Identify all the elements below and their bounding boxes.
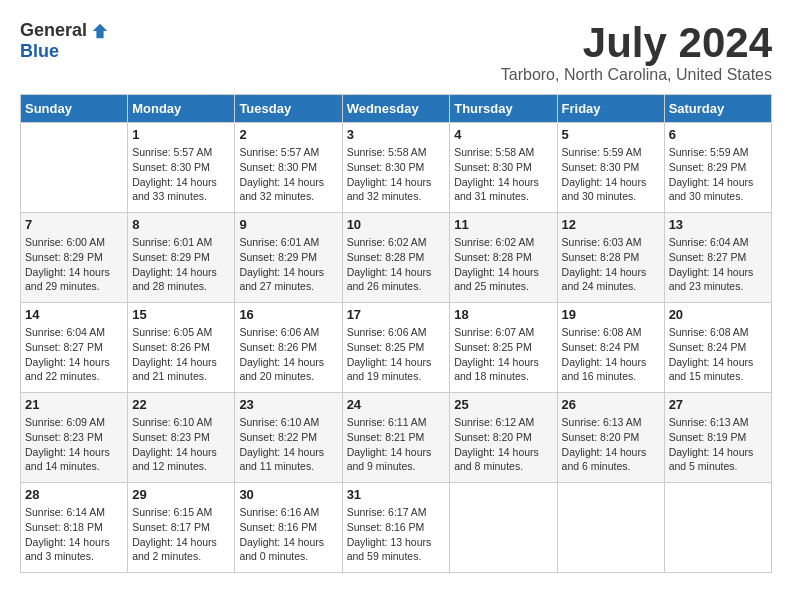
cell-day-number: 15 xyxy=(132,307,230,322)
cell-day-number: 11 xyxy=(454,217,552,232)
cell-info-text: Sunrise: 6:08 AM Sunset: 8:24 PM Dayligh… xyxy=(669,325,767,384)
cell-info-text: Sunrise: 6:04 AM Sunset: 8:27 PM Dayligh… xyxy=(25,325,123,384)
calendar-cell: 21Sunrise: 6:09 AM Sunset: 8:23 PM Dayli… xyxy=(21,393,128,483)
cell-info-text: Sunrise: 6:07 AM Sunset: 8:25 PM Dayligh… xyxy=(454,325,552,384)
cell-day-number: 18 xyxy=(454,307,552,322)
cell-day-number: 30 xyxy=(239,487,337,502)
cell-info-text: Sunrise: 6:00 AM Sunset: 8:29 PM Dayligh… xyxy=(25,235,123,294)
calendar-cell: 2Sunrise: 5:57 AM Sunset: 8:30 PM Daylig… xyxy=(235,123,342,213)
cell-info-text: Sunrise: 5:59 AM Sunset: 8:29 PM Dayligh… xyxy=(669,145,767,204)
cell-info-text: Sunrise: 6:17 AM Sunset: 8:16 PM Dayligh… xyxy=(347,505,446,564)
cell-info-text: Sunrise: 6:02 AM Sunset: 8:28 PM Dayligh… xyxy=(454,235,552,294)
cell-day-number: 22 xyxy=(132,397,230,412)
cell-info-text: Sunrise: 5:57 AM Sunset: 8:30 PM Dayligh… xyxy=(132,145,230,204)
cell-day-number: 10 xyxy=(347,217,446,232)
calendar-cell: 30Sunrise: 6:16 AM Sunset: 8:16 PM Dayli… xyxy=(235,483,342,573)
cell-info-text: Sunrise: 6:06 AM Sunset: 8:26 PM Dayligh… xyxy=(239,325,337,384)
cell-day-number: 26 xyxy=(562,397,660,412)
cell-day-number: 25 xyxy=(454,397,552,412)
calendar-cell: 18Sunrise: 6:07 AM Sunset: 8:25 PM Dayli… xyxy=(450,303,557,393)
cell-day-number: 3 xyxy=(347,127,446,142)
calendar-cell: 13Sunrise: 6:04 AM Sunset: 8:27 PM Dayli… xyxy=(664,213,771,303)
cell-day-number: 21 xyxy=(25,397,123,412)
logo-blue-text: Blue xyxy=(20,41,59,62)
cell-info-text: Sunrise: 6:10 AM Sunset: 8:23 PM Dayligh… xyxy=(132,415,230,474)
calendar-cell: 14Sunrise: 6:04 AM Sunset: 8:27 PM Dayli… xyxy=(21,303,128,393)
month-title: July 2024 xyxy=(501,20,772,66)
cell-day-number: 28 xyxy=(25,487,123,502)
cell-info-text: Sunrise: 6:08 AM Sunset: 8:24 PM Dayligh… xyxy=(562,325,660,384)
cell-info-text: Sunrise: 6:13 AM Sunset: 8:19 PM Dayligh… xyxy=(669,415,767,474)
calendar-week-row: 28Sunrise: 6:14 AM Sunset: 8:18 PM Dayli… xyxy=(21,483,772,573)
calendar-cell: 11Sunrise: 6:02 AM Sunset: 8:28 PM Dayli… xyxy=(450,213,557,303)
calendar-cell: 20Sunrise: 6:08 AM Sunset: 8:24 PM Dayli… xyxy=(664,303,771,393)
calendar-week-row: 21Sunrise: 6:09 AM Sunset: 8:23 PM Dayli… xyxy=(21,393,772,483)
logo-icon xyxy=(91,22,109,40)
cell-info-text: Sunrise: 6:05 AM Sunset: 8:26 PM Dayligh… xyxy=(132,325,230,384)
calendar-cell: 3Sunrise: 5:58 AM Sunset: 8:30 PM Daylig… xyxy=(342,123,450,213)
calendar-cell: 24Sunrise: 6:11 AM Sunset: 8:21 PM Dayli… xyxy=(342,393,450,483)
calendar-cell: 12Sunrise: 6:03 AM Sunset: 8:28 PM Dayli… xyxy=(557,213,664,303)
weekday-header-row: SundayMondayTuesdayWednesdayThursdayFrid… xyxy=(21,95,772,123)
cell-info-text: Sunrise: 6:01 AM Sunset: 8:29 PM Dayligh… xyxy=(239,235,337,294)
cell-day-number: 2 xyxy=(239,127,337,142)
calendar-cell: 17Sunrise: 6:06 AM Sunset: 8:25 PM Dayli… xyxy=(342,303,450,393)
calendar-cell xyxy=(557,483,664,573)
calendar-cell: 31Sunrise: 6:17 AM Sunset: 8:16 PM Dayli… xyxy=(342,483,450,573)
cell-day-number: 19 xyxy=(562,307,660,322)
cell-day-number: 5 xyxy=(562,127,660,142)
cell-info-text: Sunrise: 6:13 AM Sunset: 8:20 PM Dayligh… xyxy=(562,415,660,474)
cell-info-text: Sunrise: 6:10 AM Sunset: 8:22 PM Dayligh… xyxy=(239,415,337,474)
calendar-cell: 6Sunrise: 5:59 AM Sunset: 8:29 PM Daylig… xyxy=(664,123,771,213)
calendar-cell: 26Sunrise: 6:13 AM Sunset: 8:20 PM Dayli… xyxy=(557,393,664,483)
calendar-cell: 7Sunrise: 6:00 AM Sunset: 8:29 PM Daylig… xyxy=(21,213,128,303)
cell-day-number: 20 xyxy=(669,307,767,322)
cell-info-text: Sunrise: 6:01 AM Sunset: 8:29 PM Dayligh… xyxy=(132,235,230,294)
cell-day-number: 23 xyxy=(239,397,337,412)
cell-info-text: Sunrise: 6:02 AM Sunset: 8:28 PM Dayligh… xyxy=(347,235,446,294)
cell-day-number: 8 xyxy=(132,217,230,232)
cell-day-number: 31 xyxy=(347,487,446,502)
weekday-header-tuesday: Tuesday xyxy=(235,95,342,123)
calendar-cell: 22Sunrise: 6:10 AM Sunset: 8:23 PM Dayli… xyxy=(128,393,235,483)
cell-day-number: 16 xyxy=(239,307,337,322)
cell-info-text: Sunrise: 6:09 AM Sunset: 8:23 PM Dayligh… xyxy=(25,415,123,474)
calendar-cell: 5Sunrise: 5:59 AM Sunset: 8:30 PM Daylig… xyxy=(557,123,664,213)
weekday-header-monday: Monday xyxy=(128,95,235,123)
cell-day-number: 1 xyxy=(132,127,230,142)
cell-day-number: 9 xyxy=(239,217,337,232)
cell-info-text: Sunrise: 6:12 AM Sunset: 8:20 PM Dayligh… xyxy=(454,415,552,474)
cell-info-text: Sunrise: 6:04 AM Sunset: 8:27 PM Dayligh… xyxy=(669,235,767,294)
calendar-cell xyxy=(21,123,128,213)
cell-day-number: 12 xyxy=(562,217,660,232)
cell-day-number: 29 xyxy=(132,487,230,502)
weekday-header-friday: Friday xyxy=(557,95,664,123)
cell-info-text: Sunrise: 6:15 AM Sunset: 8:17 PM Dayligh… xyxy=(132,505,230,564)
page-header: General Blue July 2024 Tarboro, North Ca… xyxy=(20,20,772,84)
weekday-header-wednesday: Wednesday xyxy=(342,95,450,123)
cell-info-text: Sunrise: 5:58 AM Sunset: 8:30 PM Dayligh… xyxy=(347,145,446,204)
cell-day-number: 27 xyxy=(669,397,767,412)
calendar-week-row: 1Sunrise: 5:57 AM Sunset: 8:30 PM Daylig… xyxy=(21,123,772,213)
calendar-cell: 10Sunrise: 6:02 AM Sunset: 8:28 PM Dayli… xyxy=(342,213,450,303)
calendar-table: SundayMondayTuesdayWednesdayThursdayFrid… xyxy=(20,94,772,573)
cell-info-text: Sunrise: 6:11 AM Sunset: 8:21 PM Dayligh… xyxy=(347,415,446,474)
calendar-week-row: 7Sunrise: 6:00 AM Sunset: 8:29 PM Daylig… xyxy=(21,213,772,303)
calendar-cell: 27Sunrise: 6:13 AM Sunset: 8:19 PM Dayli… xyxy=(664,393,771,483)
calendar-cell: 23Sunrise: 6:10 AM Sunset: 8:22 PM Dayli… xyxy=(235,393,342,483)
weekday-header-thursday: Thursday xyxy=(450,95,557,123)
cell-day-number: 24 xyxy=(347,397,446,412)
calendar-cell xyxy=(664,483,771,573)
calendar-cell xyxy=(450,483,557,573)
logo: General Blue xyxy=(20,20,109,62)
svg-marker-0 xyxy=(93,23,107,37)
calendar-week-row: 14Sunrise: 6:04 AM Sunset: 8:27 PM Dayli… xyxy=(21,303,772,393)
calendar-cell: 9Sunrise: 6:01 AM Sunset: 8:29 PM Daylig… xyxy=(235,213,342,303)
calendar-cell: 25Sunrise: 6:12 AM Sunset: 8:20 PM Dayli… xyxy=(450,393,557,483)
calendar-cell: 15Sunrise: 6:05 AM Sunset: 8:26 PM Dayli… xyxy=(128,303,235,393)
cell-day-number: 17 xyxy=(347,307,446,322)
cell-info-text: Sunrise: 6:14 AM Sunset: 8:18 PM Dayligh… xyxy=(25,505,123,564)
cell-day-number: 4 xyxy=(454,127,552,142)
cell-info-text: Sunrise: 6:16 AM Sunset: 8:16 PM Dayligh… xyxy=(239,505,337,564)
cell-day-number: 13 xyxy=(669,217,767,232)
